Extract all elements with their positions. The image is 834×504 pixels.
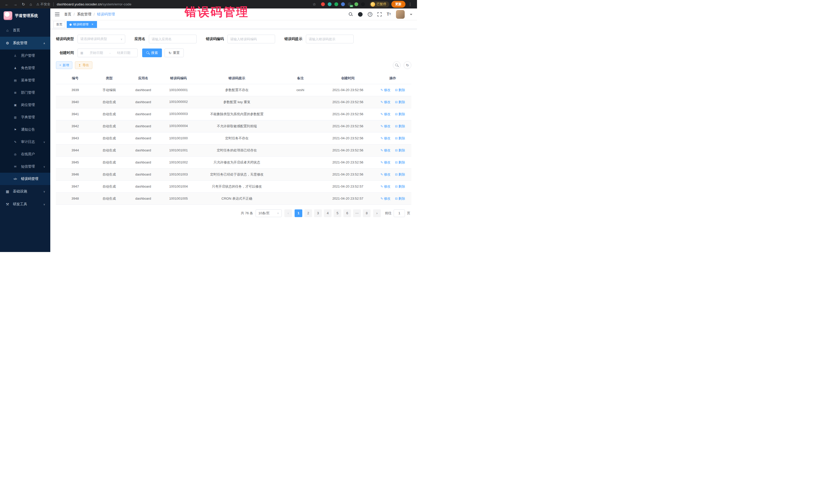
edit-link[interactable]: ✎修改 — [380, 88, 391, 92]
next-page-button[interactable]: › — [373, 210, 381, 217]
browser-update-button[interactable]: 更新 — [391, 1, 405, 8]
edit-link[interactable]: ✎修改 — [380, 172, 391, 177]
date-range-picker[interactable]: ▦ 开始日期 - 结束日期 — [78, 48, 137, 57]
profile-paused-badge[interactable]: 已暂停 — [370, 1, 390, 7]
chevron-icon: ∧ — [43, 42, 45, 45]
cell-created: 2021-04-20 23:52:56 — [322, 144, 374, 156]
extension-dark-on-icon[interactable]: on — [348, 2, 352, 6]
delete-link[interactable]: ⊟删除 — [395, 148, 405, 153]
page-ellipsis[interactable]: ⋯ — [353, 210, 361, 217]
delete-link[interactable]: ⊟删除 — [395, 196, 405, 201]
extension-pinwheel-icon[interactable] — [361, 2, 365, 6]
delete-link[interactable]: ⊟删除 — [395, 136, 405, 140]
delete-link[interactable]: ⊟删除 — [395, 100, 405, 105]
page-button-active[interactable]: 1 — [294, 210, 302, 217]
sidebar-item-dict-management[interactable]: ▥ 字典管理 — [0, 111, 50, 124]
breadcrumb-home[interactable]: 首页 — [64, 12, 71, 17]
edit-icon: ✎ — [380, 185, 383, 188]
url-bar[interactable]: dashboard.yudao.iocoder.cn/system/error-… — [57, 2, 131, 6]
edit-icon: ✎ — [380, 136, 383, 140]
edit-link[interactable]: ✎修改 — [380, 112, 391, 116]
sidebar-item-sms-management[interactable]: ✉ 短信管理 ∨ — [0, 160, 50, 173]
edit-link[interactable]: ✎修改 — [380, 184, 391, 189]
user-avatar[interactable] — [396, 10, 405, 19]
page-button[interactable]: 3 — [314, 210, 322, 217]
edit-link[interactable]: ✎修改 — [380, 148, 391, 153]
sidebar-item-role-management[interactable]: ♟ 角色管理 — [0, 62, 50, 74]
reload-icon[interactable]: ↻ — [20, 2, 27, 7]
app-name-input[interactable] — [149, 35, 196, 43]
sidebar-item-system-management[interactable]: ⚙ 系统管理 ∧ — [0, 37, 50, 49]
browser-menu-icon[interactable]: ⋮ — [406, 2, 414, 7]
home-icon[interactable]: ⌂ — [27, 2, 35, 6]
sidebar-item-department-management[interactable]: ⊞ 部门管理 — [0, 86, 50, 99]
sidebar-item-post-management[interactable]: ▣ 岗位管理 — [0, 99, 50, 111]
caret-down-icon[interactable] — [410, 14, 412, 17]
extension-teal-icon[interactable] — [328, 2, 332, 6]
delete-link[interactable]: ⊟删除 — [395, 172, 405, 177]
page-size-select[interactable]: 10条/页 ∨ — [256, 210, 282, 217]
delete-link[interactable]: ⊟删除 — [395, 184, 405, 189]
sidebar-item-user-management[interactable]: ♙ 用户管理 — [0, 49, 50, 62]
page-button[interactable]: 5 — [334, 210, 341, 217]
tab-0[interactable]: 首页 — [53, 21, 65, 28]
help-icon[interactable]: ? — [368, 12, 372, 17]
search-button[interactable]: 搜索 — [142, 48, 162, 57]
error-type-select[interactable]: 请选择错误码类型 ∨ — [78, 35, 125, 43]
sidebar-item-error-code-management[interactable]: </> 错误码管理 — [0, 173, 50, 185]
sidebar-menu: ⌂ 首页 ⚙ 系统管理 ∧ ♙ 用户管理 ♟ 角色管理 ▤ 菜单管理 ⊞ 部门管… — [0, 23, 50, 252]
error-code-table: 编号 类型 应用名 错误码编码 错误码提示 备注 创建时间 操作 3939 手动… — [56, 73, 411, 205]
reset-button[interactable]: ↻ 重置 — [164, 48, 184, 57]
page-button[interactable]: 6 — [343, 210, 351, 217]
goto-page-input[interactable] — [394, 210, 405, 217]
refresh-table-button[interactable]: ↻ — [404, 61, 411, 69]
error-hint-input[interactable] — [306, 35, 353, 43]
tab-close-icon[interactable]: × — [91, 23, 94, 26]
sidebar-toggle-icon[interactable] — [55, 13, 60, 16]
show-search-toggle-button[interactable] — [393, 61, 400, 69]
sidebar-item-dev-tools[interactable]: ⚒ 研发工具 ∨ — [0, 198, 50, 211]
edit-link[interactable]: ✎修改 — [380, 100, 391, 105]
error-code-input[interactable] — [227, 35, 275, 43]
add-button[interactable]: + 新增 — [56, 61, 72, 69]
end-date-placeholder: 结束日期 — [113, 50, 135, 55]
extension-leaf-icon[interactable] — [354, 2, 358, 6]
github-icon[interactable] — [358, 12, 363, 17]
forward-icon[interactable]: → — [11, 2, 20, 6]
page-button[interactable]: 4 — [324, 210, 332, 217]
fullscreen-icon[interactable] — [377, 12, 381, 17]
sidebar-item-home[interactable]: ⌂ 首页 — [0, 24, 50, 37]
font-size-icon[interactable]: TT — [387, 12, 391, 17]
search-icon[interactable] — [349, 12, 353, 17]
sidebar-item-infrastructure[interactable]: ▦ 基础设施 ∨ — [0, 185, 50, 198]
edit-link[interactable]: ✎修改 — [380, 136, 391, 140]
edit-link[interactable]: ✎修改 — [380, 196, 391, 201]
extension-green-check-icon[interactable] — [334, 2, 338, 6]
delete-link[interactable]: ⊟删除 — [395, 160, 405, 165]
extension-red-icon[interactable] — [321, 2, 325, 6]
delete-link[interactable]: ⊟删除 — [395, 88, 405, 92]
edit-link[interactable]: ✎修改 — [380, 124, 391, 129]
page-button[interactable]: 8 — [363, 210, 371, 217]
sidebar-item-notice-announcement[interactable]: ⚑ 通知公告 — [0, 124, 50, 136]
extension-blue-grid-icon[interactable] — [341, 2, 345, 6]
edit-link[interactable]: ✎修改 — [380, 160, 391, 165]
tab-1-active[interactable]: 错误码管理 × — [67, 21, 97, 28]
app-logo[interactable]: 芋道管理系统 — [0, 8, 50, 23]
paused-label: 已暂停 — [377, 2, 387, 6]
sidebar-item-menu-management[interactable]: ▤ 菜单管理 — [0, 74, 50, 86]
bookmark-star-icon[interactable]: ☆ — [310, 2, 318, 7]
export-button[interactable]: ↥ 导出 — [75, 61, 92, 69]
back-icon[interactable]: ← — [3, 2, 11, 6]
sidebar-item-online-users[interactable]: ◎ 在线用户 — [0, 148, 50, 160]
cell-message: 只有开启状态的任务，才可以修改 — [195, 180, 279, 193]
page-button[interactable]: 2 — [304, 210, 312, 217]
error-code-label: 错误码编码 — [206, 37, 224, 41]
delete-link[interactable]: ⊟删除 — [395, 124, 405, 129]
site-security[interactable]: ⚠ 不安全 — [37, 2, 50, 7]
prev-page-button[interactable]: ‹ — [284, 210, 292, 217]
sidebar-item-audit-log[interactable]: ✎ 审计日志 ∨ — [0, 136, 50, 148]
delete-link[interactable]: ⊟删除 — [395, 112, 405, 116]
logo-image — [4, 11, 12, 20]
breadcrumb-system[interactable]: 系统管理 — [77, 12, 91, 17]
